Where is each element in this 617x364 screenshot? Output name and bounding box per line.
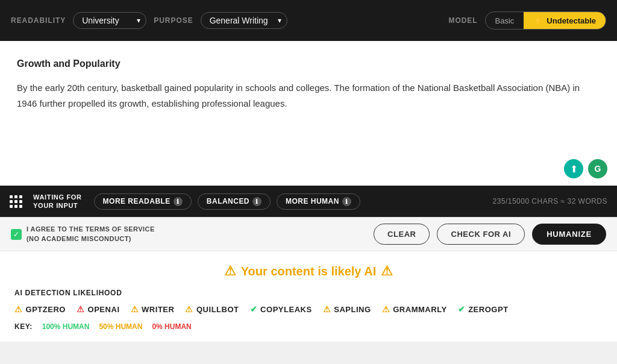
more-human-info-icon: ℹ — [342, 197, 351, 206]
readability-select-wrapper[interactable]: High School University PhD Elementary — [73, 12, 146, 29]
detection-section-label: AI DETECTION LIKELIHOOD — [14, 289, 603, 297]
copyleaks-icon: ✔ — [250, 304, 258, 314]
key-100-human: 100% HUMAN — [42, 322, 90, 331]
service-zerogpt: ✔ ZEROGPT — [458, 304, 509, 314]
warning-icon-left: ⚠ — [224, 263, 236, 279]
check-ai-button[interactable]: CHECK FOR AI — [437, 224, 525, 245]
sapling-label: SAPLING — [334, 305, 371, 314]
grammarly-detection-icon: ⚠ — [382, 304, 390, 314]
writer-label: WRITER — [142, 305, 174, 314]
model-label: MODEL — [448, 16, 477, 25]
more-human-button[interactable]: MORE HUMAN ℹ — [277, 193, 360, 210]
more-readable-button[interactable]: MORE READABLE ℹ — [94, 193, 192, 210]
grammarly-label: GRAMMARLY — [393, 305, 446, 314]
terms-text: I AGREE TO THE TERMS OF SERVICE (NO ACAD… — [27, 225, 155, 243]
key-row: KEY: 100% HUMAN 50% HUMAN 0% HUMAN — [14, 322, 603, 331]
balanced-button[interactable]: BALANCED ℹ — [198, 193, 271, 210]
warning-icon-right: ⚠ — [381, 263, 393, 279]
purpose-select-wrapper[interactable]: General Writing Essay Article Marketing — [201, 12, 287, 29]
gptzero-label: GPTZERO — [26, 305, 66, 314]
upload-icon-button[interactable]: ⬆ — [564, 159, 583, 178]
gptzero-icon: ⚠ — [14, 304, 23, 314]
grid-icon — [10, 195, 22, 208]
service-openai: ⚠ OPENAI — [77, 304, 120, 314]
service-writer: ⚠ WRITER — [131, 304, 175, 314]
service-copyleaks: ✔ COPYLEAKS — [250, 304, 312, 314]
editor-content[interactable]: Growth and Popularity By the early 20th … — [0, 41, 617, 186]
balanced-info-icon: ℹ — [252, 197, 262, 206]
toolbar: READABILITY High School University PhD E… — [0, 0, 617, 41]
service-quillbot: ⚠ QUILLBOT — [185, 304, 239, 314]
lightning-icon: ⚡ — [533, 16, 543, 25]
quillbot-icon: ⚠ — [185, 304, 193, 314]
quillbot-label: QUILLBOT — [196, 305, 239, 314]
openai-label: OPENAI — [88, 305, 120, 314]
mode-bar: WAITING FOR YOUR INPUT MORE READABLE ℹ B… — [0, 186, 617, 217]
detection-area: ⚠ Your content is likely AI ⚠ AI DETECTI… — [0, 251, 617, 342]
clear-button[interactable]: CLEAR — [374, 224, 430, 245]
editor-paragraph: By the early 20th century, basketball ga… — [17, 80, 600, 111]
readability-label: READABILITY — [11, 16, 66, 25]
key-0-human: 0% HUMAN — [152, 322, 191, 331]
upload-icon: ⬆ — [570, 163, 578, 175]
detection-services: ⚠ GPTZERO ⚠ OPENAI ⚠ WRITER ⚠ QUILLBOT ✔… — [14, 304, 603, 314]
ai-warning: ⚠ Your content is likely AI ⚠ — [14, 263, 603, 279]
service-sapling: ⚠ SAPLING — [323, 304, 371, 314]
readability-select[interactable]: High School University PhD Elementary — [73, 12, 146, 29]
key-label: KEY: — [14, 322, 33, 331]
sapling-icon: ⚠ — [323, 304, 331, 314]
chars-count: 235/15000 CHARS ≈ 32 WORDS — [493, 197, 607, 206]
terms-check: ✓ I AGREE TO THE TERMS OF SERVICE (NO AC… — [11, 225, 155, 243]
service-gptzero: ⚠ GPTZERO — [14, 304, 66, 314]
copyleaks-label: COPYLEAKS — [260, 305, 312, 314]
purpose-select[interactable]: General Writing Essay Article Marketing — [201, 12, 287, 29]
grammarly-icon: G — [595, 164, 601, 174]
writer-icon: ⚠ — [131, 304, 139, 314]
openai-icon: ⚠ — [77, 304, 85, 314]
ai-warning-text: Your content is likely AI — [241, 265, 377, 278]
key-50-human: 50% HUMAN — [99, 322, 142, 331]
editor-wrapper: Growth and Popularity By the early 20th … — [0, 41, 617, 186]
action-bar: ✓ I AGREE TO THE TERMS OF SERVICE (NO AC… — [0, 217, 617, 251]
more-readable-info-icon: ℹ — [174, 197, 183, 206]
model-options: Basic ⚡ Undetectable — [485, 11, 606, 30]
terms-checkbox[interactable]: ✓ — [11, 229, 22, 240]
humanize-button[interactable]: HUMANIZE — [532, 224, 606, 245]
editor-icons: ⬆ G — [564, 159, 607, 178]
model-undetectable-button[interactable]: ⚡ Undetectable — [524, 12, 606, 29]
purpose-label: PURPOSE — [154, 16, 193, 25]
editor-heading: Growth and Popularity — [17, 55, 600, 72]
waiting-text: WAITING FOR YOUR INPUT — [33, 193, 82, 210]
service-grammarly: ⚠ GRAMMARLY — [382, 304, 447, 314]
model-basic-button[interactable]: Basic — [486, 13, 524, 29]
grammarly-icon-button[interactable]: G — [588, 159, 607, 178]
zerogpt-label: ZEROGPT — [468, 305, 508, 314]
zerogpt-icon: ✔ — [458, 304, 466, 314]
